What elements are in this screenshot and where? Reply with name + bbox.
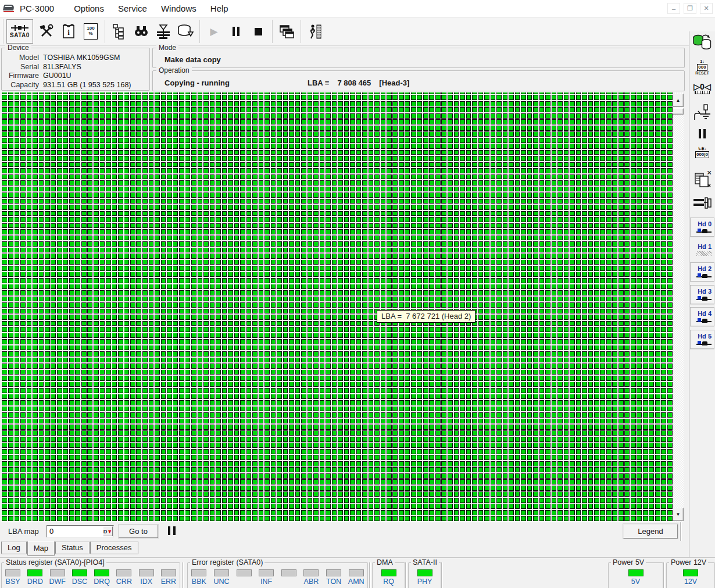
led-label: ABR: [304, 578, 319, 586]
head-icon: [696, 296, 712, 301]
led-label: IDX: [140, 578, 152, 586]
make-copy-button[interactable]: [689, 34, 715, 52]
device-field-label: Serial: [2, 63, 39, 72]
lba-dec-button[interactable]: D▼: [103, 526, 113, 536]
operation-status: Copying - running: [165, 79, 230, 87]
data-copy-icon: [177, 24, 194, 39]
percent-doc-button[interactable]: 100 %: [80, 20, 101, 43]
device-row: FirmwareGU001U: [2, 72, 149, 81]
BSY-led-indicator: [5, 569, 20, 576]
led-label: CRR: [116, 578, 132, 586]
script-info-icon: i: [61, 23, 76, 40]
zero-position-button[interactable]: ▷0◁: [689, 83, 715, 94]
exit-icon: [306, 23, 324, 40]
DWF-led-indicator: [50, 569, 65, 576]
led-cell: UNC: [210, 569, 233, 586]
DRD-led-indicator: [27, 569, 42, 576]
device-field-value: 931.51 GB (1 953 525 168): [43, 81, 131, 90]
counter-digits: 000|0: [695, 151, 709, 158]
sata-ii-group: SATA-IIPHY: [408, 562, 441, 588]
cancel-copy-button[interactable]: ⨯: [689, 170, 715, 190]
port-select-button[interactable]: SATA0: [6, 19, 33, 44]
reset-counter-button[interactable]: 1↓ 000 RESET: [689, 59, 715, 75]
head-icon: [696, 229, 712, 234]
start-button[interactable]: ▶: [203, 20, 224, 43]
filter-button[interactable]: [153, 20, 174, 43]
led-label: BBK: [192, 578, 206, 586]
menu-item-service[interactable]: Service: [111, 1, 154, 16]
unlabeled-led-indicator: [281, 569, 296, 576]
led-cell: TON: [323, 569, 345, 586]
menu-item-options[interactable]: Options: [67, 1, 111, 16]
head-button-3[interactable]: Hd 3: [690, 285, 714, 304]
pause-icon: [699, 129, 706, 138]
led-cell: DWF: [47, 569, 69, 586]
sector-map[interactable]: [1, 92, 673, 522]
sidebar-pause-button[interactable]: [689, 129, 715, 138]
menu-item-help[interactable]: Help: [203, 1, 235, 16]
search-icon: [133, 24, 149, 38]
led-cell: AMN: [345, 569, 367, 586]
goto-button[interactable]: Go to: [119, 525, 158, 538]
head-button-0[interactable]: Hd 0: [690, 218, 714, 237]
device-row: ModelTOSHIBA MK1059GSM: [2, 54, 149, 63]
percent-doc-icon: 100 %: [84, 23, 98, 40]
operation-lba-value: 7 808 465: [337, 79, 371, 87]
exit-button[interactable]: [305, 20, 326, 43]
scroll-down-button[interactable]: ▼: [673, 508, 684, 521]
operation-head-label: [Head-3]: [379, 79, 409, 87]
power-5v-title: Power 5V: [611, 558, 646, 566]
head-icon: [696, 273, 712, 279]
CRR-led-indicator: [116, 569, 131, 576]
tab-processes[interactable]: Processes: [90, 541, 138, 554]
scroll-up-button[interactable]: ▲: [673, 94, 684, 107]
head-button-5[interactable]: Hd 5: [690, 330, 714, 349]
led-cell: 5V: [625, 569, 647, 586]
tools-button[interactable]: [36, 20, 57, 43]
stop-icon: [255, 28, 262, 35]
bar-pause-icon[interactable]: [168, 526, 176, 535]
mode-value: Make data copy: [165, 55, 221, 64]
sector-counter-button[interactable]: ↳✱↓ 000|0: [689, 147, 715, 158]
minimize-button[interactable]: –: [667, 3, 680, 14]
ABR-led-indicator: [303, 569, 319, 576]
pause-button[interactable]: [226, 20, 246, 43]
operation-lba-label: LBA =: [308, 79, 329, 87]
PHY-led-indicator: [417, 569, 432, 576]
legend-button[interactable]: Legend: [623, 524, 678, 539]
heads-map-button[interactable]: [689, 197, 715, 209]
close-button[interactable]: ✕: [700, 3, 713, 14]
power-circuit-button[interactable]: [689, 104, 715, 123]
pc3000-window: PC-3000 OptionsServiceWindowsHelp – ❐ ✕ …: [0, 0, 715, 588]
led-cell: CRR: [113, 569, 135, 586]
menu-item-windows[interactable]: Windows: [154, 1, 203, 16]
device-panel: Device ModelTOSHIBA MK1059GSMSerial81L3F…: [1, 48, 150, 91]
data-copy-button[interactable]: [175, 20, 196, 43]
head-button-1[interactable]: Hd 1: [690, 240, 714, 259]
tab-status[interactable]: Status: [55, 541, 90, 554]
DRQ-led-indicator: [94, 569, 109, 576]
head-button-2[interactable]: Hd 2: [690, 262, 714, 281]
toolbar: SATA0 i 100 %: [0, 17, 715, 46]
lba-input[interactable]: [47, 527, 103, 536]
scrollbar-thumb[interactable]: [673, 108, 684, 115]
map-scrollbar[interactable]: ▲ ▼: [673, 92, 684, 522]
device-row: Serial81L3FALYS: [2, 63, 149, 72]
stop-button[interactable]: [248, 20, 269, 43]
heads-map-icon: [692, 197, 712, 209]
tab-log[interactable]: Log: [1, 541, 27, 554]
tree-view-button[interactable]: [109, 20, 130, 43]
zero-digit: ▷0◁: [693, 83, 710, 91]
head-button-4[interactable]: Hd 4: [690, 307, 714, 326]
search-button[interactable]: [131, 20, 152, 43]
app-title: PC-3000: [20, 3, 54, 13]
lba-bar: LBA map D▼ Go to Legend: [0, 522, 685, 541]
restore-button[interactable]: ❐: [684, 3, 696, 14]
tab-map[interactable]: Map: [27, 541, 55, 556]
filter-icon: [155, 23, 172, 40]
drive-info-button[interactable]: i: [58, 20, 79, 43]
error-register-group: Error register (SATA0)BBKUNCINFABRTONAMN: [187, 562, 368, 588]
led-label: UNC: [213, 578, 229, 586]
RQ-led-indicator: [381, 569, 396, 576]
cascade-windows-button[interactable]: [276, 20, 297, 43]
